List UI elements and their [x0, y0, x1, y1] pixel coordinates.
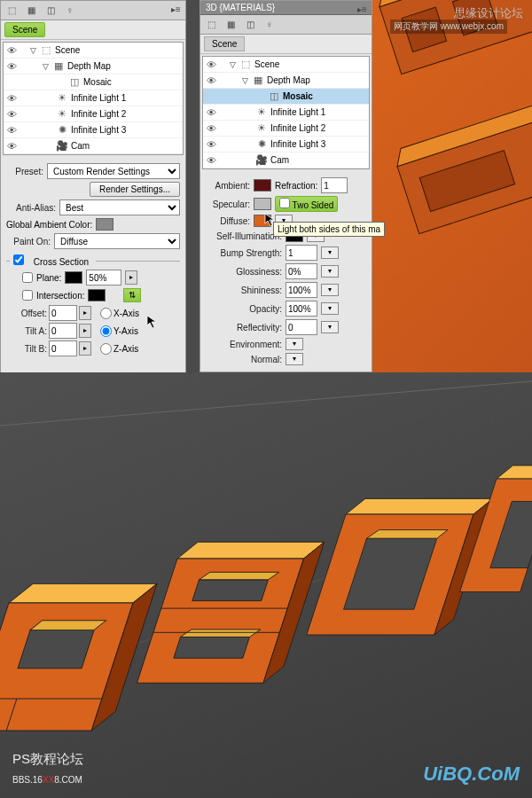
xaxis-radio[interactable]: [100, 308, 112, 319]
filter-material-icon[interactable]: ◫: [243, 18, 257, 32]
texture-edit-icon[interactable]: ▾: [321, 284, 339, 296]
ambient-label: Ambient:: [206, 181, 250, 191]
eye-icon[interactable]: 👁: [205, 59, 217, 70]
expand-icon[interactable]: ▽: [230, 60, 239, 69]
scene-row[interactable]: ◫Mosaic: [4, 74, 183, 90]
svg-marker-26: [346, 498, 493, 514]
expand-icon[interactable]: ▽: [43, 62, 51, 71]
texture-edit-icon[interactable]: ▾: [321, 321, 339, 333]
eye-icon[interactable]: 👁: [205, 123, 217, 134]
tiltb-input[interactable]: [49, 340, 77, 356]
scene-row[interactable]: 👁☀Infinite Light 1: [4, 90, 183, 106]
row-label: Mosaic: [281, 91, 367, 101]
plane-label: Plane:: [36, 273, 61, 283]
panel-menu-icon[interactable]: ▸≡: [171, 4, 182, 15]
watermark-bbs: BBS.16XX8.COM: [12, 771, 82, 786]
filter-scene-icon[interactable]: ⬚: [4, 4, 19, 18]
filter-light-icon[interactable]: ♀: [63, 4, 77, 18]
texture-edit-icon[interactable]: ▾: [286, 353, 303, 365]
filter-scene-icon[interactable]: ⬚: [204, 18, 218, 32]
bump-input[interactable]: [286, 245, 317, 261]
scene-row[interactable]: 👁🎥Cam: [4, 138, 183, 154]
shine-input[interactable]: [286, 282, 317, 298]
scene-row[interactable]: 👁✺Infinite Light 3: [4, 122, 183, 138]
tilta-input[interactable]: [49, 323, 77, 339]
diffuse-swatch[interactable]: [254, 215, 271, 227]
eye-icon[interactable]: 👁: [205, 107, 217, 118]
ambient-swatch[interactable]: [254, 179, 271, 192]
filter-mesh-icon[interactable]: ▦: [223, 18, 238, 32]
stepper-icon[interactable]: ▸: [79, 306, 91, 320]
texture-edit-icon[interactable]: ▾: [321, 302, 339, 315]
scene-tab[interactable]: Scene: [204, 36, 245, 51]
texture-edit-icon[interactable]: ▾: [286, 338, 303, 350]
zaxis-radio[interactable]: [100, 343, 112, 355]
light-icon: ✺: [254, 138, 269, 150]
specular-swatch[interactable]: [254, 198, 271, 210]
scene-row[interactable]: 👁▽▦Depth Map: [4, 59, 183, 74]
viewport-render: [0, 372, 532, 798]
eye-icon[interactable]: 👁: [205, 139, 217, 150]
plane-input[interactable]: [86, 270, 121, 286]
render-settings-button[interactable]: Render Settings...: [90, 182, 180, 197]
flip-highlight-button[interactable]: ⇅: [123, 288, 141, 302]
refraction-input[interactable]: [321, 177, 348, 193]
scene-row[interactable]: 👁🎥Cam: [203, 153, 369, 168]
eye-icon[interactable]: 👁: [5, 125, 18, 136]
plane-checkbox[interactable]: [22, 272, 33, 283]
gac-swatch[interactable]: [96, 218, 113, 231]
scene-row[interactable]: 👁✺Infinite Light 3: [203, 137, 369, 153]
expand-icon[interactable]: ▽: [242, 76, 251, 85]
twosided-checkbox[interactable]: [279, 198, 290, 208]
plane-swatch[interactable]: [65, 271, 82, 284]
eye-icon[interactable]: 👁: [5, 61, 18, 72]
zaxis-label: Z-Axis: [113, 344, 138, 354]
eye-icon[interactable]: 👁: [5, 45, 18, 56]
watermark-uibq: UiBQ.CoM: [423, 763, 520, 786]
scene-row[interactable]: 👁☀Infinite Light 1: [203, 105, 369, 121]
painton-select[interactable]: Diffuse: [54, 233, 180, 249]
filter-mesh-icon[interactable]: ▦: [24, 4, 38, 18]
stepper-icon[interactable]: ▸: [79, 324, 91, 338]
yaxis-radio[interactable]: [100, 325, 112, 337]
scene-row[interactable]: 👁☀Infinite Light 2: [203, 121, 369, 137]
scene-row[interactable]: 👁▽▦Depth Map: [203, 73, 369, 89]
cross-section-fieldset: Cross Section: [6, 254, 180, 267]
eye-icon[interactable]: 👁: [205, 75, 217, 86]
expand-icon[interactable]: ▽: [30, 46, 39, 55]
scene-icon: ⬚: [39, 44, 53, 56]
selfillum-label: Self-Illumination:: [206, 231, 282, 241]
row-label: Infinite Light 2: [69, 109, 181, 119]
row-label: Infinite Light 3: [69, 125, 181, 135]
plane-stepper[interactable]: ▸: [125, 270, 137, 285]
texture-edit-icon[interactable]: ▾: [321, 265, 339, 278]
eye-icon[interactable]: 👁: [5, 109, 18, 120]
scene-row[interactable]: 👁▽⬚Scene: [4, 43, 183, 59]
scene-tree: 👁▽⬚Scene 👁▽▦Depth Map ◫Mosaic 👁☀Infinite…: [3, 42, 184, 155]
light-icon: ☀: [55, 92, 69, 104]
intersection-swatch[interactable]: [88, 289, 106, 301]
svg-line-8: [0, 381, 532, 426]
preset-select[interactable]: Custom Render Settings: [47, 163, 180, 179]
gloss-input[interactable]: [286, 263, 317, 279]
filter-material-icon[interactable]: ◫: [43, 4, 58, 18]
light-icon: ☀: [254, 106, 269, 118]
filter-light-icon[interactable]: ♀: [262, 18, 277, 32]
eye-icon[interactable]: 👁: [5, 141, 18, 152]
reflect-input[interactable]: [286, 319, 317, 335]
antialias-select[interactable]: Best: [59, 200, 180, 215]
texture-edit-icon[interactable]: ▾: [321, 246, 339, 259]
intersection-checkbox[interactable]: [22, 290, 33, 301]
scene-tab[interactable]: Scene: [4, 22, 45, 37]
row-label: Infinite Light 2: [269, 123, 367, 133]
scene-row[interactable]: ◫Mosaic: [203, 89, 369, 105]
scene-row[interactable]: 👁☀Infinite Light 2: [4, 106, 183, 122]
panel-menu-icon[interactable]: ▸≡: [357, 4, 368, 15]
stepper-icon[interactable]: ▸: [79, 341, 91, 356]
cross-section-checkbox[interactable]: [13, 254, 24, 265]
opacity-input[interactable]: [286, 301, 317, 317]
scene-row[interactable]: 👁▽⬚Scene: [203, 57, 369, 73]
offset-input[interactable]: [49, 305, 77, 321]
eye-icon[interactable]: 👁: [205, 155, 217, 166]
eye-icon[interactable]: 👁: [5, 93, 18, 104]
